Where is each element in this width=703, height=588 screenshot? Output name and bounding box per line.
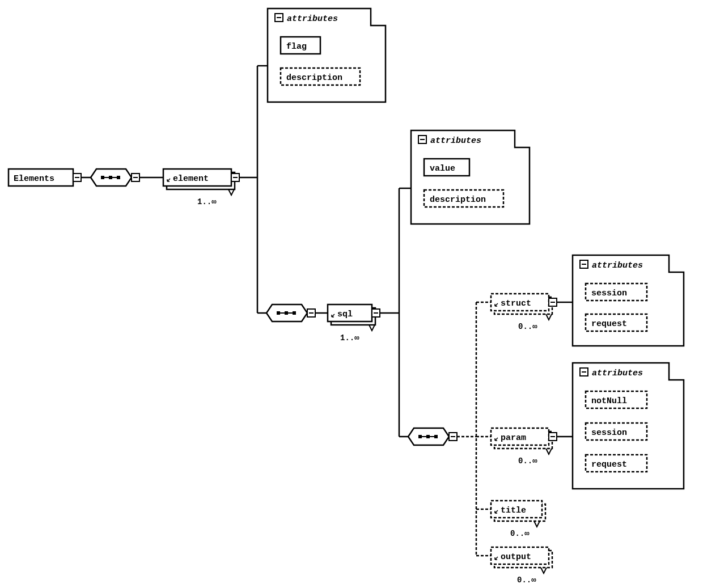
attr-param-session: session <box>591 428 627 438</box>
attr-sql-description: description <box>430 195 486 205</box>
sequence-connector-2 <box>266 304 315 322</box>
cardinality-param: 0..∞ <box>518 456 537 466</box>
node-param: param 0..∞ <box>491 428 557 466</box>
attributes-struct-title: attributes <box>592 261 643 270</box>
node-output-label: output <box>501 552 531 562</box>
attr-struct-session: session <box>591 289 627 298</box>
cardinality-element: 1..∞ <box>197 197 217 206</box>
node-elements: Elements <box>9 169 81 186</box>
attr-element-flag: flag <box>286 42 307 52</box>
attr-sql-value: value <box>430 164 455 174</box>
node-element: element 1..∞ <box>163 169 239 206</box>
node-title: title 0..∞ <box>491 501 545 538</box>
attributes-element-title: attributes <box>287 14 338 24</box>
attributes-box-element: attributes flag description <box>268 9 386 102</box>
attributes-sql-title: attributes <box>430 136 481 146</box>
sequence-connector-3 <box>408 428 457 445</box>
attributes-box-param: attributes notNull session request <box>573 363 684 489</box>
attributes-param-title: attributes <box>592 369 643 378</box>
node-title-label: title <box>501 506 526 515</box>
cardinality-struct: 0..∞ <box>518 322 537 331</box>
node-sql: sql 1..∞ <box>328 304 380 342</box>
cardinality-output: 0..∞ <box>517 576 536 585</box>
sequence-connector-1 <box>91 169 139 186</box>
schema-diagram: Elements element 1..∞ <box>0 0 703 588</box>
attr-param-notnull: notNull <box>591 396 627 406</box>
node-struct: struct 0..∞ <box>491 294 557 331</box>
node-element-label: element <box>173 174 209 184</box>
node-struct-label: struct <box>501 299 531 308</box>
node-output: output 0..∞ <box>491 547 552 585</box>
attr-element-description: description <box>286 73 342 83</box>
attributes-box-sql: attributes value description <box>411 130 530 224</box>
attr-struct-request: request <box>591 319 627 329</box>
cardinality-sql: 1..∞ <box>340 333 359 342</box>
cardinality-title: 0..∞ <box>510 529 530 538</box>
node-sql-label: sql <box>337 310 353 319</box>
attributes-box-struct: attributes session request <box>573 255 684 346</box>
attr-param-request: request <box>591 460 627 469</box>
node-param-label: param <box>501 433 526 443</box>
node-elements-label: Elements <box>14 174 54 184</box>
